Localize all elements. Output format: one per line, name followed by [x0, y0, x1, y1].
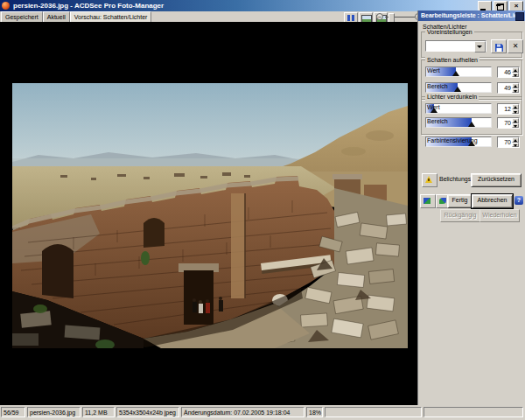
- slider-label: Wert: [427, 67, 440, 74]
- chevron-down-icon[interactable]: [474, 41, 486, 52]
- action-row: Fertig Abbrechen ?: [420, 194, 523, 207]
- status-empty-1: [325, 407, 422, 417]
- apply-settings-button[interactable]: [420, 194, 436, 208]
- status-bar: 56/59 persien-2036.jpg 11,2 MB 5354x3504…: [0, 405, 525, 420]
- highlights-legend: Lichter verdunkeln: [425, 94, 479, 101]
- farbintensivierung-spinbox[interactable]: 70: [497, 136, 520, 148]
- shadows-wert-row: Wert 46: [425, 66, 520, 79]
- zoom-slider-control: − +: [385, 13, 416, 21]
- presets-group: Voreinstellungen ✕: [421, 32, 522, 58]
- exposure-warning-button[interactable]: [422, 173, 438, 187]
- tab-aktuell[interactable]: Aktuell: [43, 11, 70, 22]
- spin-down-icon[interactable]: [512, 73, 519, 78]
- reset-button[interactable]: Zurücksetzen: [471, 173, 522, 187]
- tab-toolbar-row: Gespeichert Aktuell Vorschau: Schatten/L…: [0, 11, 417, 22]
- image-canvas: [0, 22, 417, 405]
- help-icon[interactable]: ?: [514, 196, 523, 205]
- status-image-index: 56/59: [1, 407, 25, 417]
- exposure-warning-row: Belichtungswarnung Zurücksetzen: [421, 173, 522, 187]
- spin-value: 70: [498, 118, 512, 128]
- photo-preview[interactable]: [12, 83, 408, 348]
- shadows-legend: Schatten aufhellen: [425, 57, 480, 64]
- spin-down-icon[interactable]: [512, 123, 519, 129]
- save-preset-button[interactable]: [491, 39, 507, 53]
- spin-value: 49: [498, 83, 512, 93]
- farbintensivierung-row: Farbintensivierung 70: [425, 136, 520, 149]
- status-zoom-percent: 18%: [306, 407, 323, 417]
- window-title: persien-2036.jpg - ACDSee Pro Foto-Manag…: [13, 0, 164, 11]
- status-dimensions: 5354x3504x24b jpeg: [116, 407, 179, 417]
- shadows-bereich-row: Bereich 49: [425, 82, 520, 94]
- status-empty-2: [424, 407, 523, 417]
- slider-label: Bereich: [427, 118, 448, 124]
- slider-thumb[interactable]: [454, 87, 461, 92]
- ruins-photo: [12, 83, 408, 348]
- spin-down-icon[interactable]: [512, 143, 519, 148]
- green-redo-icon: [439, 198, 446, 204]
- undo-redo-row: Rückgängig Wiederholen: [420, 209, 523, 220]
- slider-thumb[interactable]: [452, 71, 459, 76]
- done-button[interactable]: Fertig: [447, 194, 472, 208]
- highlights-wert-row: Wert 12: [425, 103, 520, 116]
- status-modified-date: Änderungsdatum: 07.02.2005 19:18:04: [181, 407, 304, 417]
- slider-label: Wert: [427, 104, 440, 110]
- shadows-bereich-spinbox[interactable]: 49: [497, 82, 520, 94]
- edit-panel: Bearbeitungsleiste : Schatten/Lic Schatt…: [417, 10, 525, 405]
- highlights-bereich-row: Bereich 70: [425, 117, 520, 130]
- acdsee-logo-icon: [2, 2, 10, 10]
- slider-label: Farbintensivierung: [427, 137, 478, 144]
- shadows-wert-spinbox[interactable]: 46: [497, 66, 520, 78]
- cancel-button[interactable]: Abbrechen: [472, 194, 513, 208]
- zoom-out-icon[interactable]: −: [376, 13, 383, 20]
- presets-combobox[interactable]: [425, 40, 486, 52]
- slider-label: Bereich: [427, 83, 448, 89]
- green-arrow-icon: [424, 198, 430, 204]
- spin-down-icon[interactable]: [512, 109, 519, 115]
- panel-menu-button[interactable]: [515, 12, 524, 21]
- highlights-bereich-spinbox[interactable]: 70: [497, 117, 520, 129]
- save-preset-icon: [494, 43, 504, 52]
- undo-button[interactable]: Rückgängig: [440, 209, 480, 222]
- spin-value: 70: [498, 137, 512, 147]
- highlights-wert-spinbox[interactable]: 12: [497, 103, 520, 115]
- status-filename: persien-2036.jpg: [27, 407, 80, 417]
- spin-value: 46: [498, 67, 512, 77]
- slider-thumb[interactable]: [468, 122, 475, 127]
- status-filesize: 11,2 MB: [82, 407, 115, 417]
- presets-legend: Voreinstellungen: [425, 29, 474, 36]
- tab-gespeichert[interactable]: Gespeichert: [1, 11, 43, 22]
- preview-tabs: Gespeichert Aktuell Vorschau: Schatten/L…: [1, 11, 151, 22]
- redo-button[interactable]: Wiederholen: [480, 209, 520, 222]
- panel-header: Bearbeitungsleiste : Schatten/Lic: [418, 10, 525, 21]
- restore-icon: [497, 4, 504, 10]
- spin-value: 12: [498, 104, 512, 114]
- delete-preset-button[interactable]: ✕: [508, 39, 523, 53]
- exposure-warning-icon: [425, 176, 432, 183]
- spin-down-icon[interactable]: [512, 88, 519, 94]
